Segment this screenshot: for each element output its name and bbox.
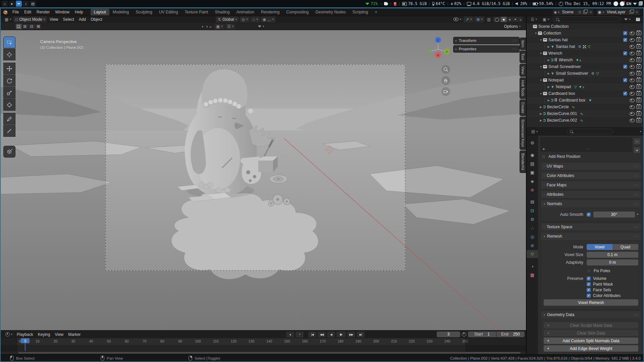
workspace-tab-layout[interactable]: Layout xyxy=(91,9,109,15)
render-visibility-icon[interactable] xyxy=(636,92,641,96)
properties-tab-render[interactable]: ◉ xyxy=(527,151,537,159)
blender-logo-icon[interactable] xyxy=(3,10,8,14)
shading-solid-button[interactable]: ● xyxy=(501,17,506,22)
properties-tab-output[interactable]: ▤ xyxy=(527,160,537,168)
workspace-tab-scripting[interactable]: Scripting xyxy=(349,9,372,15)
workspace-tab-sculpting[interactable]: Sculpting xyxy=(132,9,156,15)
start-frame-field[interactable]: Start1 xyxy=(468,331,496,337)
visibility-eye-icon[interactable] xyxy=(630,32,635,35)
sidebar-tab-item[interactable]: Item xyxy=(520,38,526,50)
new-scene-icon[interactable] xyxy=(583,10,587,14)
prev-keyframe-button[interactable]: ◀◀ xyxy=(317,331,326,338)
filter-dropdown[interactable]: ▾ xyxy=(256,24,266,28)
properties-options-dropdown[interactable]: ▾ xyxy=(640,130,641,133)
disclosure-closed-icon[interactable]: ▶ xyxy=(546,85,551,88)
outliner-row[interactable]: ▶ƆBezierCurve.001∿ xyxy=(527,110,644,117)
current-frame-field[interactable]: 3 xyxy=(437,331,460,337)
camera-view-button[interactable] xyxy=(441,87,450,96)
sidebar-tab-create[interactable]: Create xyxy=(520,100,526,116)
render-visibility-icon[interactable] xyxy=(636,38,641,42)
jump-to-end-button[interactable]: ▶| xyxy=(356,331,365,338)
visibility-eye-icon[interactable] xyxy=(630,112,635,116)
home-icon[interactable]: ⌂ xyxy=(2,1,8,7)
outliner-row[interactable]: ▶▼Small Screwdriver⚙▽ xyxy=(527,70,644,77)
mode-dropdown[interactable]: □ Object Mode▾ xyxy=(13,16,47,23)
viewport-menu-add[interactable]: Add xyxy=(76,16,88,22)
chat-notification-icon[interactable] xyxy=(620,1,625,6)
disclosure-closed-icon[interactable]: ▶ xyxy=(539,106,543,109)
navigation-gizmo[interactable]: Z Y X xyxy=(425,36,451,64)
visibility-eye-icon[interactable] xyxy=(630,72,635,75)
visibility-eye-icon[interactable] xyxy=(630,38,635,42)
timeline-menu-view[interactable]: View xyxy=(52,331,66,338)
panel-header-color-attributes[interactable]: ›Color Attributes:::: xyxy=(541,172,641,179)
zoom-button[interactable] xyxy=(441,65,450,74)
menu-window[interactable]: Window xyxy=(52,9,72,15)
voxel-size-field[interactable]: 0.1 m xyxy=(587,252,638,258)
preserve-face-sets-checkbox[interactable]: ✓ xyxy=(587,288,591,292)
outliner-row[interactable]: ▼Collection✓ xyxy=(527,30,644,37)
collection-checkbox[interactable]: ✓ xyxy=(623,65,627,69)
xray-toggle[interactable]: ▥ xyxy=(485,16,492,22)
add-workspace-button[interactable]: + xyxy=(372,9,381,15)
tool-move[interactable] xyxy=(3,63,15,74)
render-visibility-icon[interactable] xyxy=(636,78,641,82)
outliner-row[interactable]: ▼Wrench✓ xyxy=(527,50,644,57)
collection-checkbox[interactable]: ✓ xyxy=(623,51,627,55)
visibility-eye-icon[interactable] xyxy=(630,105,635,109)
wifi-icon[interactable] xyxy=(633,2,637,5)
outliner-search-input[interactable] xyxy=(553,16,621,22)
timeline-menu-marker[interactable]: Marker xyxy=(66,331,83,338)
workspace-tab-compositing[interactable]: Compositing xyxy=(283,9,312,15)
properties-tab-scene[interactable]: ◈ xyxy=(527,177,537,185)
new-viewlayer-icon[interactable] xyxy=(630,10,633,14)
render-visibility-icon[interactable] xyxy=(636,71,641,75)
shape-key-list[interactable]: ▶:::: xyxy=(541,137,632,152)
rope-coil-prop[interactable] xyxy=(270,175,287,183)
properties-tab-constraints[interactable]: ⊚ xyxy=(527,241,537,249)
visibility-eye-icon[interactable] xyxy=(630,58,635,62)
disclosure-closed-icon[interactable]: ▶ xyxy=(539,112,543,115)
clear-sculpt-mask-data-button[interactable]: Clear Sculpt Mask Data× xyxy=(544,322,638,328)
remesh-mode-quad[interactable]: Quad xyxy=(612,244,638,250)
options-dropdown[interactable]: Options▾ xyxy=(502,23,523,29)
properties-tab-collection[interactable]: ⊟ xyxy=(527,198,537,206)
paintbrush-icon[interactable]: ✒ xyxy=(16,1,22,7)
tool-select-box[interactable] xyxy=(3,37,15,48)
shading-rendered-button[interactable]: ◓ xyxy=(513,17,518,22)
snap-toggle[interactable]: ∩▾ xyxy=(250,16,260,23)
collection-checkbox[interactable]: ✓ xyxy=(623,92,627,96)
render-visibility-icon[interactable] xyxy=(636,105,641,109)
properties-tab-physics[interactable]: ◎ xyxy=(527,233,537,241)
avatar-logo-icon[interactable] xyxy=(613,1,618,6)
disclosure-closed-icon[interactable]: ▶ xyxy=(539,119,543,122)
gizmo-toggle[interactable]: ↗▾ xyxy=(463,16,474,23)
scene-selector[interactable]: ◈▾ Scene × xyxy=(552,9,594,15)
pivot-point-dropdown[interactable]: ◎▾ xyxy=(239,16,250,23)
properties-tab-view-layer[interactable]: ▣ xyxy=(527,168,537,176)
next-keyframe-button[interactable]: ▶▶ xyxy=(347,331,356,338)
outliner-row[interactable]: ▶ƆBezierCircle∿ xyxy=(527,104,644,110)
timeline-scrollbar[interactable] xyxy=(17,352,521,354)
cardboard-box-prop[interactable] xyxy=(258,157,278,172)
select-mode-intersect[interactable]: ⊠ xyxy=(35,24,42,29)
properties-tab-particles[interactable]: ∴ xyxy=(527,224,537,232)
gizmo-y-neg-axis[interactable] xyxy=(428,50,431,54)
voxel-remesh-button[interactable]: Voxel Remesh xyxy=(544,299,638,306)
addon-dropdown-2[interactable]: ☰▾ xyxy=(225,23,236,30)
tool-measure[interactable] xyxy=(3,125,15,137)
sidebar-tab-view[interactable]: View xyxy=(520,64,526,77)
disclosure-open-icon[interactable]: ▼ xyxy=(539,79,543,82)
disclosure-closed-icon[interactable]: ▶ xyxy=(546,72,551,75)
workspace-tab-geometry-nodes[interactable]: Geometry Nodes xyxy=(312,9,349,15)
timeline-menu-playback[interactable]: Playback xyxy=(14,331,36,338)
outliner-row[interactable]: Scene Collection xyxy=(527,23,644,30)
panel-header-geometry-data[interactable]: ▾Geometry Data:::: xyxy=(541,311,641,318)
shading-wireframe-button[interactable]: ◯ xyxy=(493,17,501,22)
stopwatch-icon[interactable] xyxy=(462,332,466,337)
panel-header-remesh[interactable]: ▾Remesh:::: xyxy=(541,233,641,240)
timeline-menu-keying[interactable]: Keying xyxy=(36,331,53,338)
render-visibility-icon[interactable] xyxy=(636,65,641,69)
menu-file[interactable]: File xyxy=(10,9,21,15)
editor-type-dropdown[interactable]: ▦▾ xyxy=(3,16,13,22)
